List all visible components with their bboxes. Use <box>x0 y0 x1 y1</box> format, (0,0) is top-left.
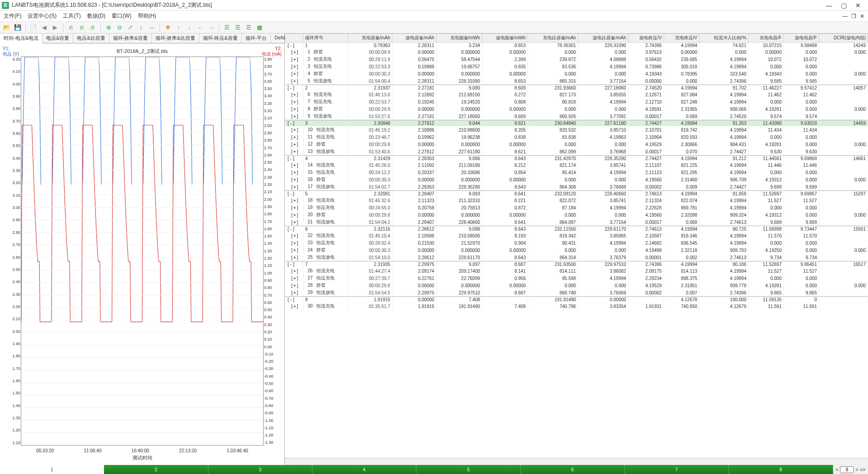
grid-right-icon[interactable]: → <box>206 23 216 33</box>
col-header[interactable]: 充电比容量/mAh <box>528 34 578 43</box>
step-row[interactable]: [+] 22 恒流充电01:45:10.42.10586210.585808.1… <box>285 232 868 239</box>
expand-icon[interactable]: [+] <box>291 304 296 309</box>
tab-0[interactable]: 时间-电压&电流 <box>0 33 42 43</box>
close-button[interactable]: ✕ <box>854 2 863 9</box>
expand-icon[interactable]: [+] <box>291 233 296 238</box>
expand-icon[interactable]: [+] <box>291 149 296 154</box>
expand-icon[interactable]: [+] <box>291 220 296 225</box>
channel-2[interactable]: 2 <box>104 465 208 474</box>
step-row[interactable]: [+] 28 静置00:00:29.80.000000.0000000.0000… <box>285 282 868 289</box>
mdi-restore[interactable]: ❐ <box>851 13 856 19</box>
cycle-row[interactable]: [-]81.919150.000007.408191.914900.000004… <box>285 297 868 303</box>
view-list3-icon[interactable]: ☰ <box>244 23 254 33</box>
nav-last[interactable]: >> <box>860 467 865 472</box>
tab-6[interactable]: 循环-平台 <box>242 33 271 43</box>
step-row[interactable]: [+] 17 恒流放电01:54:02.72.28353228.352808.6… <box>285 183 868 191</box>
step-row[interactable]: [+] 15 恒压充电00:24:12.20.2033720.336960.85… <box>285 169 868 176</box>
expand-icon[interactable]: [-] <box>287 121 292 126</box>
step-row[interactable]: [+] 11 恒压充电00:23:48.70.1996219.962380.83… <box>285 133 868 141</box>
col-header[interactable]: 恒流冲入比例/% <box>699 34 749 43</box>
cycle-row[interactable]: [-]22.319372.271819.0808.609231.93660227… <box>285 85 868 91</box>
tab-2[interactable]: 电压&比容量 <box>73 33 109 43</box>
channel-1[interactable]: 1 <box>0 465 104 474</box>
channel-4[interactable]: 4 <box>312 465 416 474</box>
prev-icon[interactable]: ◀ <box>39 23 49 33</box>
col-header[interactable]: 充电能量/mWh <box>436 34 482 43</box>
expand-icon[interactable]: [+] <box>291 269 296 274</box>
tab-4[interactable]: 循环-效率&比容量 <box>152 33 199 43</box>
tab-3[interactable]: 循环-效率&容量 <box>109 33 152 43</box>
col-header[interactable]: 循环序号 <box>303 34 349 43</box>
step-row[interactable]: [+] 25 恒流放电01:54:10.02.28612228.611708.6… <box>285 254 868 261</box>
expand-icon[interactable]: [-] <box>287 191 292 196</box>
expand-icon[interactable]: [+] <box>291 283 296 288</box>
step-row[interactable]: [+] 12 静置00:00:29.80.000000.0000000.0000… <box>285 141 868 148</box>
expand-icon[interactable]: [+] <box>291 100 296 104</box>
h-scrollbar[interactable] <box>285 458 868 465</box>
zoom-y-icon[interactable]: ↕ <box>136 23 146 33</box>
zoom-out-icon[interactable]: ⊖ <box>114 23 124 33</box>
tab-5[interactable]: 循环-终压&容量 <box>199 33 242 43</box>
mdi-minimize[interactable]: — <box>842 13 848 19</box>
expand-icon[interactable]: [+] <box>291 276 296 281</box>
step-row[interactable]: [+] 5 恒流放电01:54:00.42.28311228.310908.65… <box>285 77 868 85</box>
step-row[interactable]: [+] 21 恒流放电01:54:04.22.28407228.406608.6… <box>285 218 868 226</box>
toggle2-icon[interactable]: ⎚ <box>77 23 87 33</box>
expand-icon[interactable]: [+] <box>291 213 296 218</box>
view-list2-icon[interactable]: ☰ <box>233 23 243 33</box>
step-row[interactable]: [+] 1 静置00:00:09.90.000000.0000000.00000… <box>285 48 868 56</box>
step-row[interactable]: [+] 27 恒压充电00:27:39.70.2276122.760990.95… <box>285 275 868 282</box>
step-row[interactable]: [+] 14 恒流充电01:45:26.02.11092211.091808.2… <box>285 161 868 169</box>
expand-icon[interactable]: [+] <box>291 290 296 295</box>
cycle-row[interactable]: [-]52.320812.284079.0938.641232.08120228… <box>285 191 868 197</box>
mdi-close[interactable]: ✕ <box>860 13 864 19</box>
cycle-row[interactable]: [-]62.321162.286129.0988.643232.11550228… <box>285 226 868 232</box>
expand-icon[interactable]: [+] <box>291 92 296 97</box>
toggle3-icon[interactable]: ⎚ <box>88 23 98 33</box>
channel-6[interactable]: 6 <box>521 465 625 474</box>
expand-icon[interactable]: [-] <box>287 85 292 90</box>
chart-plot[interactable]: 4.204.104.003.903.803.703.603.503.403.30… <box>21 57 264 446</box>
page-input[interactable] <box>840 466 854 473</box>
view-list1-icon[interactable]: ☰ <box>222 23 232 33</box>
channel-8[interactable]: 8 <box>729 465 833 474</box>
cycle-row[interactable]: [-]10.783632.283113.2348.65378.36301228.… <box>285 43 868 49</box>
expand-icon[interactable]: [+] <box>291 170 296 175</box>
col-header[interactable]: 放电比容量/mAh <box>578 34 628 43</box>
step-row[interactable]: [+] 23 恒压充电00:26:02.40.2153021.529700.90… <box>285 239 868 246</box>
col-header[interactable]: 充电容量/mAh <box>348 34 392 43</box>
menu-settings[interactable]: 设置中心(S) <box>28 12 57 20</box>
expand-icon[interactable]: [+] <box>291 142 296 147</box>
expand-icon[interactable]: [+] <box>291 255 296 260</box>
expand-icon[interactable]: [+] <box>291 177 296 182</box>
channel-3[interactable]: 3 <box>208 465 312 474</box>
step-row[interactable]: [+] 20 静置00:00:29.80.000000.0000000.0000… <box>285 211 868 218</box>
open-icon[interactable]: 📂 <box>2 23 12 33</box>
step-row[interactable]: [+] 3 恒压充电00:22:53.30.1988819.887570.835… <box>285 63 868 70</box>
step-row[interactable]: [+] 7 恒压充电00:22:53.70.1924519.245200.808… <box>285 98 868 105</box>
col-header[interactable]: 放电能量/mWh <box>482 34 528 43</box>
minimize-button[interactable]: — <box>825 2 834 9</box>
zoom-in-icon[interactable]: ⊕ <box>104 23 113 33</box>
col-header[interactable]: 充电终压/V <box>664 34 699 43</box>
expand-icon[interactable]: [+] <box>291 135 296 140</box>
expand-icon[interactable]: [+] <box>291 64 296 69</box>
col-header[interactable]: 放电电容/F <box>783 34 819 43</box>
step-row[interactable]: [+] 8 静置00:00:29.90.000000.0000000.00000… <box>285 105 868 113</box>
step-row[interactable]: [+] 16 静置00:00:30.30.000000.0000000.0000… <box>285 176 868 183</box>
grid-left-icon[interactable]: ← <box>195 23 205 33</box>
expand-icon[interactable]: [+] <box>291 248 296 253</box>
tab-1[interactable]: 电压&容量 <box>42 33 73 43</box>
step-row[interactable]: [+] 19 恒压充电00:24:55.00.2075820.758130.87… <box>285 204 868 211</box>
menu-data[interactable]: 数据(D) <box>87 12 106 20</box>
view-grid-icon[interactable]: ▦ <box>255 23 264 33</box>
grid-up-icon[interactable]: ↑ <box>174 23 184 33</box>
grid-pan-icon[interactable]: ✥ <box>163 23 173 33</box>
zoom-x-icon[interactable]: ↔ <box>147 23 157 33</box>
grid-down-icon[interactable]: ↓ <box>184 23 194 33</box>
cycle-row[interactable]: [-]42.314292.283539.0668.643231.42870228… <box>285 156 868 162</box>
menu-file[interactable]: 文件(F) <box>4 12 21 20</box>
report-icon[interactable]: 📄 <box>28 23 38 33</box>
expand-icon[interactable]: [+] <box>291 163 296 168</box>
menu-help[interactable]: 帮助(H) <box>138 12 156 20</box>
